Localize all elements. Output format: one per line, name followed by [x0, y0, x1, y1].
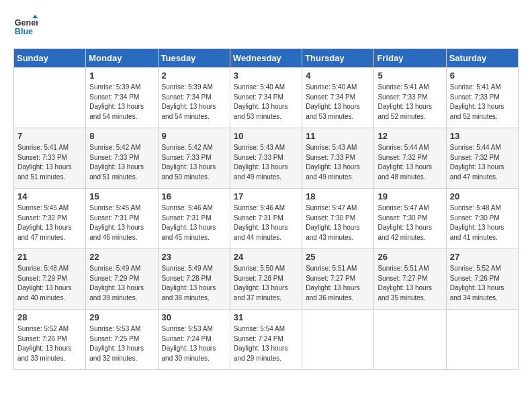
calendar-cell: 11Sunrise: 5:43 AMSunset: 7:33 PMDayligh… [302, 128, 374, 189]
day-info: Sunrise: 5:53 AMSunset: 7:25 PMDaylight:… [89, 324, 154, 363]
calendar-cell: 9Sunrise: 5:42 AMSunset: 7:33 PMDaylight… [158, 128, 230, 189]
svg-text:Blue: Blue [15, 27, 33, 36]
day-number: 9 [162, 131, 226, 141]
day-number: 4 [306, 71, 370, 81]
calendar-cell: 20Sunrise: 5:48 AMSunset: 7:30 PMDayligh… [446, 189, 518, 249]
calendar-cell: 31Sunrise: 5:54 AMSunset: 7:24 PMDayligh… [230, 310, 302, 370]
weekday-header: Sunday [14, 49, 86, 68]
calendar-week-row: 14Sunrise: 5:45 AMSunset: 7:32 PMDayligh… [14, 189, 519, 249]
calendar-table: SundayMondayTuesdayWednesdayThursdayFrid… [13, 48, 519, 370]
calendar-body: 1Sunrise: 5:39 AMSunset: 7:34 PMDaylight… [14, 68, 519, 370]
calendar-cell [446, 310, 518, 370]
day-info: Sunrise: 5:49 AMSunset: 7:29 PMDaylight:… [89, 264, 154, 303]
day-number: 24 [234, 252, 298, 262]
day-info: Sunrise: 5:54 AMSunset: 7:24 PMDaylight:… [234, 324, 298, 363]
calendar-cell: 18Sunrise: 5:47 AMSunset: 7:30 PMDayligh… [302, 189, 374, 249]
calendar-cell [14, 68, 86, 128]
day-info: Sunrise: 5:46 AMSunset: 7:31 PMDaylight:… [162, 203, 226, 242]
day-number: 26 [378, 252, 442, 262]
calendar-cell: 26Sunrise: 5:51 AMSunset: 7:27 PMDayligh… [374, 249, 446, 310]
day-number: 10 [234, 131, 298, 141]
day-number: 22 [89, 252, 154, 262]
day-number: 31 [234, 312, 298, 322]
day-info: Sunrise: 5:40 AMSunset: 7:34 PMDaylight:… [306, 83, 370, 122]
calendar-cell: 8Sunrise: 5:42 AMSunset: 7:33 PMDaylight… [86, 128, 158, 189]
day-info: Sunrise: 5:47 AMSunset: 7:30 PMDaylight:… [378, 203, 442, 242]
calendar-cell: 6Sunrise: 5:41 AMSunset: 7:33 PMDaylight… [446, 68, 518, 128]
day-info: Sunrise: 5:51 AMSunset: 7:27 PMDaylight:… [306, 264, 370, 303]
day-info: Sunrise: 5:50 AMSunset: 7:28 PMDaylight:… [234, 264, 298, 303]
calendar-cell: 24Sunrise: 5:50 AMSunset: 7:28 PMDayligh… [230, 249, 302, 310]
calendar-cell: 15Sunrise: 5:45 AMSunset: 7:31 PMDayligh… [86, 189, 158, 249]
calendar-cell: 3Sunrise: 5:40 AMSunset: 7:34 PMDaylight… [230, 68, 302, 128]
calendar-cell: 30Sunrise: 5:53 AMSunset: 7:24 PMDayligh… [158, 310, 230, 370]
weekday-header-row: SundayMondayTuesdayWednesdayThursdayFrid… [14, 49, 519, 68]
day-number: 21 [17, 252, 82, 262]
calendar-cell: 21Sunrise: 5:48 AMSunset: 7:29 PMDayligh… [14, 249, 86, 310]
day-info: Sunrise: 5:47 AMSunset: 7:30 PMDaylight:… [306, 203, 370, 242]
weekday-header: Monday [86, 49, 158, 68]
day-info: Sunrise: 5:39 AMSunset: 7:34 PMDaylight:… [89, 83, 154, 122]
weekday-header: Friday [374, 49, 446, 68]
day-info: Sunrise: 5:48 AMSunset: 7:29 PMDaylight:… [17, 264, 82, 303]
calendar-cell: 2Sunrise: 5:39 AMSunset: 7:34 PMDaylight… [158, 68, 230, 128]
day-number: 23 [162, 252, 226, 262]
calendar-cell: 4Sunrise: 5:40 AMSunset: 7:34 PMDaylight… [302, 68, 374, 128]
calendar-cell: 13Sunrise: 5:44 AMSunset: 7:32 PMDayligh… [446, 128, 518, 189]
calendar-cell: 29Sunrise: 5:53 AMSunset: 7:25 PMDayligh… [86, 310, 158, 370]
day-info: Sunrise: 5:43 AMSunset: 7:33 PMDaylight:… [306, 143, 370, 182]
logo-icon: General Blue [13, 13, 38, 38]
calendar-cell: 12Sunrise: 5:44 AMSunset: 7:32 PMDayligh… [374, 128, 446, 189]
calendar-cell: 22Sunrise: 5:49 AMSunset: 7:29 PMDayligh… [86, 249, 158, 310]
day-number: 8 [89, 131, 154, 141]
calendar-cell: 25Sunrise: 5:51 AMSunset: 7:27 PMDayligh… [302, 249, 374, 310]
day-number: 2 [162, 71, 226, 81]
logo: General Blue [13, 13, 40, 38]
day-info: Sunrise: 5:52 AMSunset: 7:26 PMDaylight:… [450, 264, 515, 303]
day-info: Sunrise: 5:45 AMSunset: 7:32 PMDaylight:… [17, 203, 82, 242]
day-number: 25 [306, 252, 370, 262]
calendar-cell: 14Sunrise: 5:45 AMSunset: 7:32 PMDayligh… [14, 189, 86, 249]
day-info: Sunrise: 5:48 AMSunset: 7:30 PMDaylight:… [450, 203, 515, 242]
day-number: 11 [306, 131, 370, 141]
day-number: 1 [89, 71, 154, 81]
calendar-cell: 23Sunrise: 5:49 AMSunset: 7:28 PMDayligh… [158, 249, 230, 310]
weekday-header: Thursday [302, 49, 374, 68]
day-number: 5 [378, 71, 442, 81]
day-info: Sunrise: 5:41 AMSunset: 7:33 PMDaylight:… [378, 83, 442, 122]
calendar-cell [374, 310, 446, 370]
day-number: 6 [450, 71, 515, 81]
weekday-header: Saturday [446, 49, 518, 68]
calendar-week-row: 28Sunrise: 5:52 AMSunset: 7:26 PMDayligh… [14, 310, 519, 370]
day-info: Sunrise: 5:41 AMSunset: 7:33 PMDaylight:… [17, 143, 82, 182]
day-info: Sunrise: 5:49 AMSunset: 7:28 PMDaylight:… [162, 264, 226, 303]
day-number: 20 [450, 191, 515, 201]
calendar-cell: 16Sunrise: 5:46 AMSunset: 7:31 PMDayligh… [158, 189, 230, 249]
day-info: Sunrise: 5:52 AMSunset: 7:26 PMDaylight:… [17, 324, 82, 363]
day-number: 19 [378, 191, 442, 201]
day-info: Sunrise: 5:51 AMSunset: 7:27 PMDaylight:… [378, 264, 442, 303]
calendar-cell: 10Sunrise: 5:43 AMSunset: 7:33 PMDayligh… [230, 128, 302, 189]
day-number: 15 [89, 191, 154, 201]
day-info: Sunrise: 5:39 AMSunset: 7:34 PMDaylight:… [162, 83, 226, 122]
day-info: Sunrise: 5:42 AMSunset: 7:33 PMDaylight:… [162, 143, 226, 182]
day-number: 12 [378, 131, 442, 141]
day-number: 7 [17, 131, 82, 141]
calendar-cell: 5Sunrise: 5:41 AMSunset: 7:33 PMDaylight… [374, 68, 446, 128]
day-info: Sunrise: 5:42 AMSunset: 7:33 PMDaylight:… [89, 143, 154, 182]
day-number: 30 [162, 312, 226, 322]
day-number: 16 [162, 191, 226, 201]
day-number: 18 [306, 191, 370, 201]
calendar-header: SundayMondayTuesdayWednesdayThursdayFrid… [14, 49, 519, 68]
calendar-cell: 17Sunrise: 5:46 AMSunset: 7:31 PMDayligh… [230, 189, 302, 249]
day-number: 29 [89, 312, 154, 322]
day-number: 17 [234, 191, 298, 201]
weekday-header: Tuesday [158, 49, 230, 68]
svg-marker-2 [33, 15, 38, 18]
calendar-cell: 19Sunrise: 5:47 AMSunset: 7:30 PMDayligh… [374, 189, 446, 249]
day-info: Sunrise: 5:43 AMSunset: 7:33 PMDaylight:… [234, 143, 298, 182]
day-info: Sunrise: 5:44 AMSunset: 7:32 PMDaylight:… [450, 143, 515, 182]
day-number: 28 [17, 312, 82, 322]
calendar-cell: 27Sunrise: 5:52 AMSunset: 7:26 PMDayligh… [446, 249, 518, 310]
calendar-week-row: 7Sunrise: 5:41 AMSunset: 7:33 PMDaylight… [14, 128, 519, 189]
